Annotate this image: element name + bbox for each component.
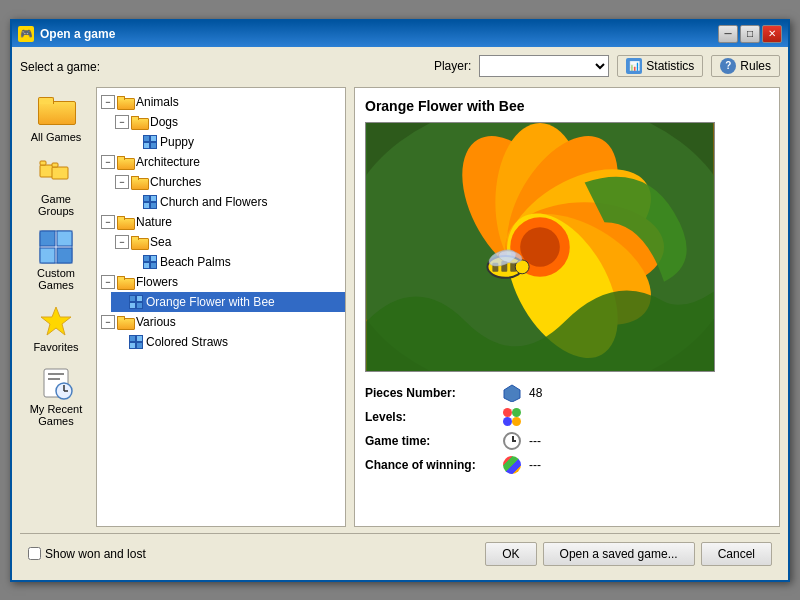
folder-icon-dogs	[131, 116, 147, 128]
tree-label-orange-flower: Orange Flower with Bee	[146, 295, 275, 309]
statistics-label: Statistics	[646, 59, 694, 73]
toggle-architecture[interactable]: −	[101, 155, 115, 169]
rules-button[interactable]: ? Rules	[711, 55, 780, 77]
toggle-various[interactable]: −	[101, 315, 115, 329]
puzzle-icon-beach-palms	[143, 255, 157, 269]
sidebar-item-game-groups[interactable]: Game Groups	[20, 149, 92, 223]
ok-button[interactable]: OK	[485, 542, 536, 566]
player-select[interactable]	[479, 55, 609, 77]
main-window: 🎮 Open a game ─ □ ✕ Select a game: Playe…	[10, 19, 790, 582]
tree-label-flowers: Flowers	[136, 275, 178, 289]
tree-item-puppy[interactable]: Puppy	[125, 132, 345, 152]
tree-item-churches[interactable]: − Churches	[111, 172, 345, 192]
left-panel: All Games Game Groups	[20, 87, 346, 527]
recent-games-icon	[38, 365, 74, 401]
cancel-button[interactable]: Cancel	[701, 542, 772, 566]
title-bar-left: 🎮 Open a game	[18, 26, 115, 42]
tree-item-dogs[interactable]: − Dogs	[111, 112, 345, 132]
svg-marker-9	[41, 307, 71, 335]
tree-label-church-flowers: Church and Flowers	[160, 195, 267, 209]
chance-value: ---	[529, 458, 541, 472]
tree-label-puppy: Puppy	[160, 135, 194, 149]
svg-rect-2	[52, 167, 68, 179]
pieces-label: Pieces Number:	[365, 386, 495, 400]
folder-icon-animals	[117, 96, 133, 108]
info-row-pieces: Pieces Number: 48	[365, 384, 769, 402]
levels-icon	[503, 408, 521, 426]
game-groups-icon	[38, 155, 74, 191]
svg-rect-5	[40, 231, 55, 246]
toggle-sea[interactable]: −	[115, 235, 129, 249]
toggle-nature[interactable]: −	[101, 215, 115, 229]
sidebar-item-favorites[interactable]: Favorites	[20, 297, 92, 359]
toggle-churches[interactable]: −	[115, 175, 129, 189]
rules-icon: ?	[720, 58, 736, 74]
svg-rect-12	[48, 378, 60, 380]
time-icon	[503, 432, 521, 450]
chance-label: Chance of winning:	[365, 458, 495, 472]
sidebar-label-game-groups: Game Groups	[24, 193, 88, 217]
player-label: Player:	[434, 59, 471, 73]
open-saved-button[interactable]: Open a saved game...	[543, 542, 695, 566]
statistics-button[interactable]: 📊 Statistics	[617, 55, 703, 77]
tree-item-orange-flower[interactable]: Orange Flower with Bee	[111, 292, 345, 312]
all-games-icon	[38, 93, 74, 129]
tree-item-beach-palms[interactable]: Beach Palms	[125, 252, 345, 272]
svg-marker-35	[504, 385, 520, 402]
svg-rect-8	[57, 248, 72, 263]
tree-item-church-flowers[interactable]: Church and Flowers	[125, 192, 345, 212]
folder-icon-various	[117, 316, 133, 328]
sidebar-item-custom-games[interactable]: Custom Games	[20, 223, 92, 297]
svg-rect-11	[48, 373, 64, 375]
sidebar-label-recent-games: My Recent Games	[24, 403, 88, 427]
close-button[interactable]: ✕	[762, 25, 782, 43]
svg-rect-1	[40, 161, 46, 165]
sidebar-item-recent-games[interactable]: My Recent Games	[20, 359, 92, 433]
tree-item-nature[interactable]: − Nature	[97, 212, 345, 232]
sidebar-label-all-games: All Games	[31, 131, 82, 143]
rules-label: Rules	[740, 59, 771, 73]
tree-item-sea[interactable]: − Sea	[111, 232, 345, 252]
maximize-button[interactable]: □	[740, 25, 760, 43]
tree-item-various[interactable]: − Various	[97, 312, 345, 332]
top-bar: Player: 📊 Statistics ? Rules	[434, 55, 780, 77]
folder-icon-flowers	[117, 276, 133, 288]
tree-item-architecture[interactable]: − Architecture	[97, 152, 345, 172]
tree-item-colored-straws[interactable]: Colored Straws	[111, 332, 345, 352]
show-won-lost-label: Show won and lost	[45, 547, 146, 561]
favorites-icon	[38, 303, 74, 339]
info-row-time: Game time: ---	[365, 432, 769, 450]
show-won-lost-checkbox[interactable]	[28, 547, 41, 560]
window-title: Open a game	[40, 27, 115, 41]
toggle-animals[interactable]: −	[101, 95, 115, 109]
right-panel: Orange Flower with Bee	[354, 87, 780, 527]
sidebar: All Games Game Groups	[20, 87, 92, 527]
toggle-dogs[interactable]: −	[115, 115, 129, 129]
tree-panel[interactable]: − Animals − Dogs	[96, 87, 346, 527]
custom-games-icon	[38, 229, 74, 265]
tree-item-flowers[interactable]: − Flowers	[97, 272, 345, 292]
sidebar-item-all-games[interactable]: All Games	[20, 87, 92, 149]
puzzle-icon-church-flowers	[143, 195, 157, 209]
pieces-value: 48	[529, 386, 542, 400]
minimize-button[interactable]: ─	[718, 25, 738, 43]
svg-rect-6	[57, 231, 72, 246]
tree-label-colored-straws: Colored Straws	[146, 335, 228, 349]
puzzle-icon-colored-straws	[129, 335, 143, 349]
title-controls: ─ □ ✕	[718, 25, 782, 43]
info-row-chance: Chance of winning: ---	[365, 456, 769, 474]
folder-icon-nature	[117, 216, 133, 228]
main-content: All Games Game Groups	[20, 87, 780, 527]
sidebar-label-custom-games: Custom Games	[24, 267, 88, 291]
puzzle-icon-puppy	[143, 135, 157, 149]
folder-icon-churches	[131, 176, 147, 188]
tree-label-sea: Sea	[150, 235, 171, 249]
time-value: ---	[529, 434, 541, 448]
toggle-flowers[interactable]: −	[101, 275, 115, 289]
tree-item-animals[interactable]: − Animals	[97, 92, 345, 112]
tree-label-architecture: Architecture	[136, 155, 200, 169]
puzzle-icon-orange-flower	[129, 295, 143, 309]
svg-rect-3	[52, 163, 58, 167]
window-icon: 🎮	[18, 26, 34, 42]
levels-label: Levels:	[365, 410, 495, 424]
